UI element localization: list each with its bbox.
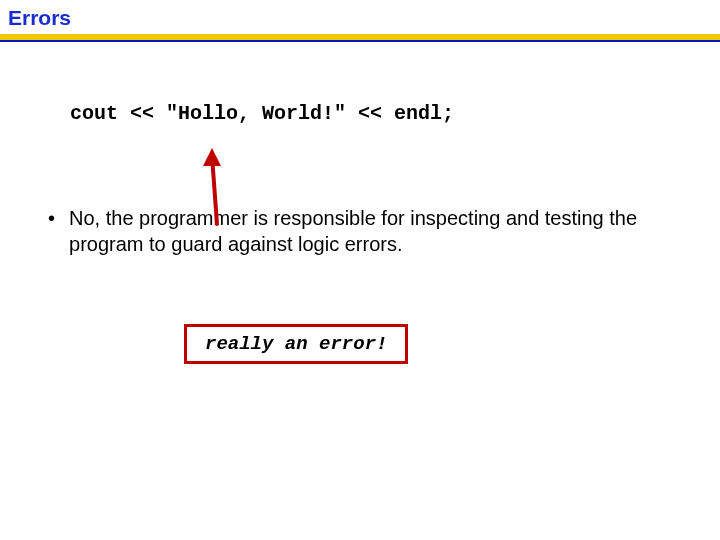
up-arrow-icon <box>202 148 232 226</box>
page-title: Errors <box>8 6 71 29</box>
bullet-text: No, the programmer is responsible for in… <box>69 205 648 257</box>
title-bar: Errors <box>0 0 720 32</box>
svg-line-0 <box>212 156 217 224</box>
svg-marker-1 <box>203 148 221 166</box>
list-item: • No, the programmer is responsible for … <box>48 205 648 257</box>
bullet-dot-icon: • <box>48 205 55 231</box>
bullet-block: • No, the programmer is responsible for … <box>48 205 648 257</box>
callout-text: really an error! <box>205 333 387 355</box>
code-line: cout << "Hollo, World!" << endl; <box>70 102 720 125</box>
error-callout: really an error! <box>184 324 408 364</box>
blue-divider <box>0 40 720 42</box>
